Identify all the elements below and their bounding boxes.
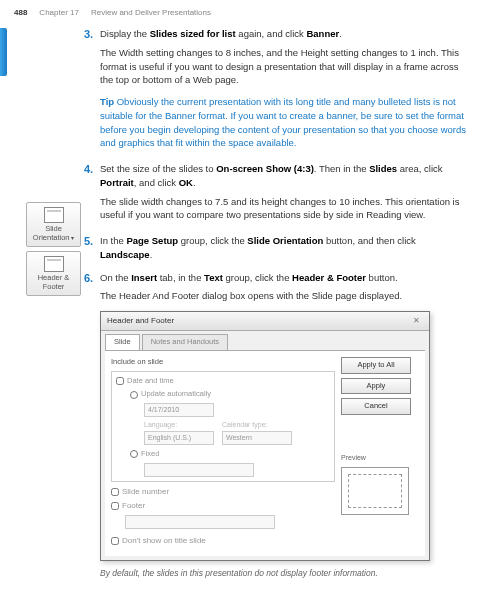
dont-show-label: Don't show on title slide bbox=[122, 535, 206, 547]
step-5: 5. In the Page Setup group, click the Sl… bbox=[100, 234, 468, 267]
header-footer-label: Header & Footer bbox=[27, 274, 80, 291]
slide-orientation-button: Slide Orientation bbox=[26, 202, 81, 247]
fixed-input[interactable] bbox=[144, 463, 254, 477]
step-3: 3. Display the Slides sized for list aga… bbox=[100, 27, 468, 158]
step-4: 4. Set the size of the slides to On-scre… bbox=[100, 162, 468, 230]
page-number: 488 bbox=[14, 8, 27, 17]
dialog-tabs: Slide Notes and Handouts bbox=[101, 331, 429, 350]
language-dropdown[interactable]: English (U.S.) bbox=[144, 431, 214, 445]
language-label: Language: bbox=[144, 420, 214, 430]
date-time-label: Date and time bbox=[127, 376, 174, 387]
date-time-checkbox[interactable] bbox=[116, 377, 124, 385]
include-on-slide-label: Include on slide bbox=[111, 357, 335, 368]
step-6-follow: The Header And Footer dialog box opens w… bbox=[100, 289, 468, 303]
header-footer-dialog: Header and Footer ✕ Slide Notes and Hand… bbox=[100, 311, 430, 560]
date-time-row: Date and time bbox=[116, 376, 330, 387]
close-icon[interactable]: ✕ bbox=[409, 315, 423, 327]
footer-label: Footer bbox=[122, 500, 145, 512]
slide-orientation-icon bbox=[44, 207, 64, 223]
step-number: 4. bbox=[84, 162, 100, 230]
tab-slide[interactable]: Slide bbox=[105, 334, 140, 350]
chapter-label: Chapter 17 bbox=[39, 8, 79, 17]
apply-to-all-button[interactable]: Apply to All bbox=[341, 357, 411, 374]
header-footer-icon bbox=[44, 256, 64, 272]
header-footer-button: Header & Footer bbox=[26, 251, 81, 296]
apply-button[interactable]: Apply bbox=[341, 378, 411, 395]
step-number: 3. bbox=[84, 27, 100, 158]
step-number: 6. bbox=[84, 271, 100, 579]
step-4-text: Set the size of the slides to On-screen … bbox=[100, 162, 468, 190]
footer-input[interactable] bbox=[125, 515, 275, 529]
sidebar-ribbon-buttons: Slide Orientation Header & Footer bbox=[26, 202, 81, 300]
update-auto-radio[interactable] bbox=[130, 391, 138, 399]
tip-block: Tip Obviously the current presentation w… bbox=[100, 95, 468, 150]
step-6: 6. On the Insert tab, in the Text group,… bbox=[100, 271, 468, 579]
preview-label: Preview bbox=[341, 453, 419, 463]
calendar-dropdown[interactable]: Western bbox=[222, 431, 292, 445]
figure-caption: By default, the slides in this presentat… bbox=[100, 567, 468, 579]
slide-orientation-label: Slide Orientation bbox=[27, 225, 80, 242]
slide-number-label: Slide number bbox=[122, 486, 169, 498]
calendar-label: Calendar type: bbox=[222, 420, 292, 430]
section-label: Review and Deliver Presentations bbox=[91, 8, 211, 17]
step-6-text: On the Insert tab, in the Text group, cl… bbox=[100, 271, 468, 285]
date-dropdown[interactable]: 4/17/2010 bbox=[144, 403, 214, 417]
dialog-body: Include on slide Date and time Update au… bbox=[105, 350, 425, 556]
footer-checkbox[interactable] bbox=[111, 502, 119, 510]
dialog-title-text: Header and Footer bbox=[107, 315, 174, 327]
tip-label: Tip bbox=[100, 96, 114, 107]
tip-text: Obviously the current presentation with … bbox=[100, 96, 466, 148]
tab-notes-handouts[interactable]: Notes and Handouts bbox=[142, 334, 228, 350]
fixed-label: Fixed bbox=[141, 449, 159, 460]
edge-tab bbox=[0, 28, 7, 76]
cancel-button[interactable]: Cancel bbox=[341, 398, 411, 415]
step-4-follow: The slide width changes to 7.5 and its h… bbox=[100, 195, 468, 223]
page-header: 488 Chapter 17 Review and Deliver Presen… bbox=[0, 0, 500, 17]
update-auto-label: Update automatically bbox=[141, 389, 211, 400]
step-3-follow: The Width setting changes to 8 inches, a… bbox=[100, 46, 468, 87]
step-number: 5. bbox=[84, 234, 100, 267]
dialog-titlebar: Header and Footer ✕ bbox=[101, 312, 429, 331]
step-5-text: In the Page Setup group, click the Slide… bbox=[100, 234, 468, 262]
step-3-text: Display the Slides sized for list again,… bbox=[100, 27, 468, 41]
dont-show-title-checkbox[interactable] bbox=[111, 537, 119, 545]
slide-number-checkbox[interactable] bbox=[111, 488, 119, 496]
preview-thumbnail bbox=[341, 467, 409, 515]
fixed-radio[interactable] bbox=[130, 450, 138, 458]
